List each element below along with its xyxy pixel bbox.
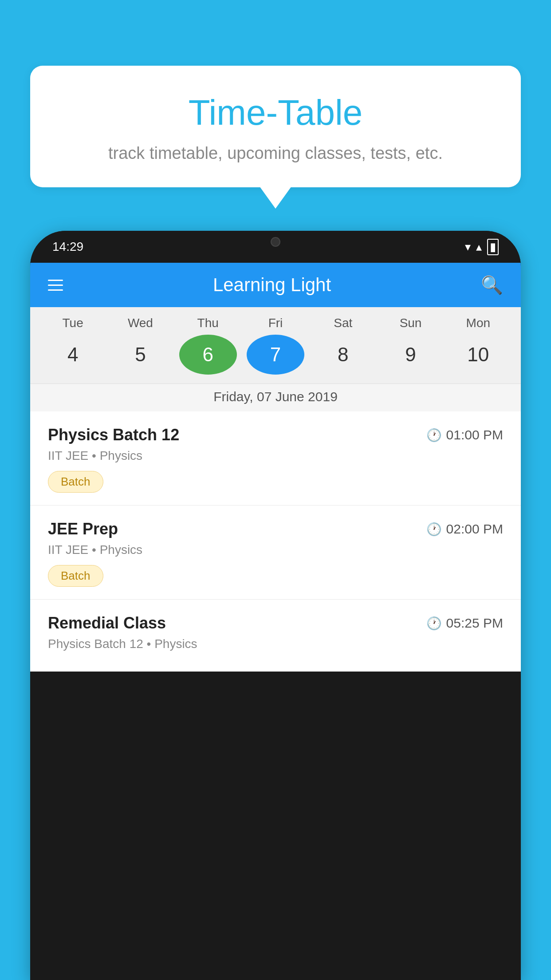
calendar-strip: Tue Wed Thu Fri Sat Sun Mon 4 5 6 7 8 9 …	[30, 307, 521, 411]
clock-icon-3: 🕐	[426, 616, 442, 631]
day-9[interactable]: 9	[382, 335, 440, 375]
day-numbers-row: 4 5 6 7 8 9 10	[30, 330, 521, 383]
app-title: Learning Light	[213, 274, 331, 296]
class-time-2: 🕐 02:00 PM	[426, 522, 503, 537]
battery-icon: ▮	[487, 239, 499, 255]
class-meta-3: Physics Batch 12 • Physics	[48, 637, 503, 651]
batch-badge-2: Batch	[48, 565, 103, 587]
clock-icon-2: 🕐	[426, 522, 442, 537]
status-icons: ▾ ▴ ▮	[465, 239, 499, 255]
day-label-wed: Wed	[111, 316, 169, 330]
class-name-2: JEE Prep	[48, 520, 118, 538]
class-item-1-header: Physics Batch 12 🕐 01:00 PM	[48, 426, 503, 444]
bubble-subtitle: track timetable, upcoming classes, tests…	[48, 144, 503, 163]
class-name-1: Physics Batch 12	[48, 426, 179, 444]
time-value-2: 02:00 PM	[446, 522, 503, 537]
day-label-tue: Tue	[44, 316, 102, 330]
phone-notch	[240, 231, 311, 253]
batch-badge-1: Batch	[48, 471, 103, 493]
clock-icon-1: 🕐	[426, 428, 442, 443]
speech-bubble-card: Time-Table track timetable, upcoming cla…	[30, 66, 521, 187]
search-button[interactable]: 🔍	[481, 275, 503, 296]
day-10[interactable]: 10	[449, 335, 507, 375]
time-value-1: 01:00 PM	[446, 427, 503, 443]
day-label-fri: Fri	[247, 316, 304, 330]
time-value-3: 05:25 PM	[446, 616, 503, 631]
day-label-thu: Thu	[179, 316, 237, 330]
selected-date-label: Friday, 07 June 2019	[30, 383, 521, 411]
class-meta-1: IIT JEE • Physics	[48, 449, 503, 463]
day-8[interactable]: 8	[314, 335, 372, 375]
class-item-1[interactable]: Physics Batch 12 🕐 01:00 PM IIT JEE • Ph…	[30, 411, 521, 506]
class-item-2-header: JEE Prep 🕐 02:00 PM	[48, 520, 503, 538]
day-4[interactable]: 4	[44, 335, 102, 375]
class-list: Physics Batch 12 🕐 01:00 PM IIT JEE • Ph…	[30, 411, 521, 672]
class-meta-2: IIT JEE • Physics	[48, 543, 503, 557]
class-name-3: Remedial Class	[48, 614, 166, 632]
status-time: 14:29	[52, 240, 83, 254]
day-5[interactable]: 5	[111, 335, 169, 375]
class-item-2[interactable]: JEE Prep 🕐 02:00 PM IIT JEE • Physics Ba…	[30, 506, 521, 600]
status-bar: 14:29 ▾ ▴ ▮	[30, 231, 521, 263]
day-label-sun: Sun	[382, 316, 440, 330]
wifi-icon: ▾	[465, 240, 471, 254]
signal-icon: ▴	[476, 240, 482, 254]
day-7-selected[interactable]: 7	[247, 335, 304, 375]
camera-dot	[271, 237, 280, 247]
phone-frame: 14:29 ▾ ▴ ▮ Learning Light 🔍 Tue Wed Thu…	[30, 231, 521, 980]
day-6-today[interactable]: 6	[179, 335, 237, 375]
day-label-sat: Sat	[314, 316, 372, 330]
class-time-1: 🕐 01:00 PM	[426, 427, 503, 443]
day-label-mon: Mon	[449, 316, 507, 330]
day-labels-row: Tue Wed Thu Fri Sat Sun Mon	[30, 316, 521, 330]
app-header: Learning Light 🔍	[30, 263, 521, 307]
menu-button[interactable]	[48, 280, 63, 291]
bubble-title: Time-Table	[48, 92, 503, 133]
class-item-3[interactable]: Remedial Class 🕐 05:25 PM Physics Batch …	[30, 600, 521, 672]
class-item-3-header: Remedial Class 🕐 05:25 PM	[48, 614, 503, 632]
class-time-3: 🕐 05:25 PM	[426, 616, 503, 631]
